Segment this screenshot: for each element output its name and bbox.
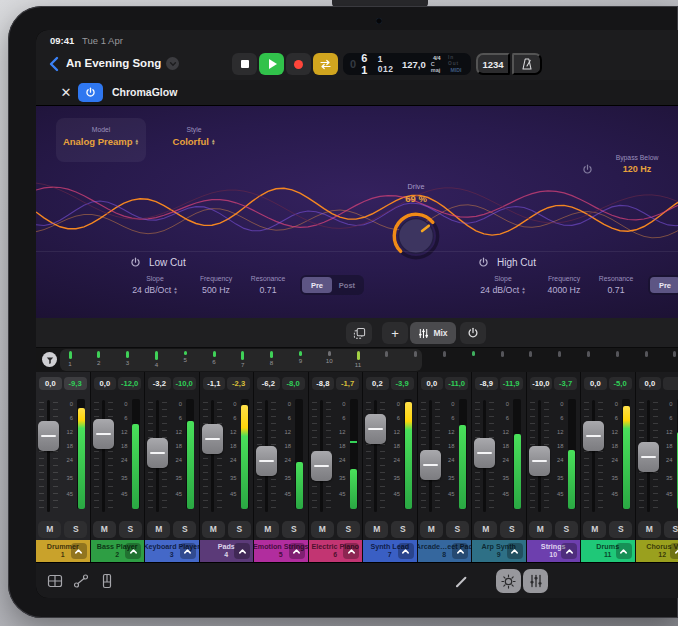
close-icon[interactable]: ✕ xyxy=(58,84,74,100)
fader-handle[interactable] xyxy=(256,446,277,476)
mute-button[interactable]: M xyxy=(529,521,552,538)
connector-icon[interactable] xyxy=(72,572,90,590)
pre-segment[interactable]: Pre xyxy=(650,277,678,293)
volume-value[interactable]: -6,2 xyxy=(257,377,280,390)
chevron-up-icon[interactable] xyxy=(234,543,250,559)
peak-value[interactable]: -10,0 xyxy=(173,377,196,390)
peak-value[interactable]: -2,3 xyxy=(227,377,250,390)
solo-button[interactable]: S xyxy=(555,521,578,538)
record-button[interactable] xyxy=(286,53,311,75)
track-name-band[interactable]: Pads 4 xyxy=(200,540,254,562)
volume-value[interactable]: 0,0 xyxy=(39,377,62,390)
volume-value[interactable]: 0,2 xyxy=(366,377,389,390)
chevron-up-icon[interactable] xyxy=(561,543,577,559)
track-name-band[interactable]: Chorus V 12 xyxy=(636,540,678,562)
fader-handle[interactable] xyxy=(147,438,168,468)
duplicate-button[interactable] xyxy=(346,322,372,344)
track-name-band[interactable]: Drummer 1 xyxy=(36,540,90,562)
solo-button[interactable]: S xyxy=(391,521,414,538)
track-name-band[interactable]: Keyboard Player 3 xyxy=(145,540,199,562)
fader-handle[interactable] xyxy=(93,419,114,449)
mute-button[interactable]: M xyxy=(474,521,497,538)
volume-value[interactable]: -1,1 xyxy=(203,377,226,390)
peak-value[interactable]: -3,7 xyxy=(554,377,577,390)
peak-value[interactable]: -11,9 xyxy=(500,377,523,390)
solo-button[interactable]: S xyxy=(664,521,678,538)
low-cut-power-icon[interactable] xyxy=(130,257,141,268)
track-name-band[interactable]: Bass Player 2 xyxy=(91,540,145,562)
grid-icon[interactable] xyxy=(46,572,64,590)
count-in-button[interactable]: 1234 xyxy=(476,53,510,75)
filter-icon[interactable] xyxy=(42,352,57,367)
chevron-up-icon[interactable] xyxy=(289,543,305,559)
peak-value[interactable]: -3,9 xyxy=(391,377,414,390)
chevron-up-icon[interactable] xyxy=(125,543,141,559)
pre-segment[interactable]: Pre xyxy=(302,277,332,293)
channel-overview[interactable]: 1234567891011 xyxy=(36,348,678,372)
mix-button[interactable]: Mix xyxy=(410,322,456,344)
track-name-band[interactable]: Arp Synth 9 xyxy=(472,540,526,562)
volume-value[interactable]: -10,0 xyxy=(530,377,553,390)
mute-button[interactable]: M xyxy=(256,521,279,538)
back-icon[interactable] xyxy=(48,56,62,72)
cycle-button[interactable] xyxy=(313,53,338,75)
mixer-power-button[interactable] xyxy=(460,322,486,344)
volume-value[interactable]: 0,0 xyxy=(421,377,444,390)
bypass-below-control[interactable]: Bypass Below 120 Hz xyxy=(596,154,678,174)
model-selector[interactable]: Model Analog Preamp▲▼ xyxy=(56,118,146,162)
plugin-power-button[interactable] xyxy=(78,83,103,102)
post-segment[interactable]: Post xyxy=(332,277,362,293)
play-button[interactable] xyxy=(259,53,284,75)
fader-handle[interactable] xyxy=(420,450,441,480)
chevron-down-icon[interactable] xyxy=(166,57,179,70)
drive-knob[interactable] xyxy=(390,210,442,262)
chevron-up-icon[interactable] xyxy=(343,543,359,559)
chevron-up-icon[interactable] xyxy=(670,543,678,559)
mute-button[interactable]: M xyxy=(311,521,334,538)
track-name-band[interactable]: Emotion Strings 5 xyxy=(254,540,308,562)
low-cut-resonance[interactable]: Resonance 0.71 xyxy=(244,275,292,295)
fader-handle[interactable] xyxy=(365,414,386,444)
chevron-up-icon[interactable] xyxy=(398,543,414,559)
solo-button[interactable]: S xyxy=(337,521,360,538)
track-name-band[interactable]: Drums 11 xyxy=(581,540,635,562)
keyboard-icon[interactable] xyxy=(98,572,116,590)
mute-button[interactable]: M xyxy=(202,521,225,538)
mute-button[interactable]: M xyxy=(583,521,606,538)
mute-button[interactable]: M xyxy=(38,521,61,538)
low-cut-frequency[interactable]: Frequency 500 Hz xyxy=(188,275,244,295)
mute-button[interactable]: M xyxy=(638,521,661,538)
fader-handle[interactable] xyxy=(638,442,659,472)
track-name-band[interactable]: Electric Piano 6 xyxy=(309,540,363,562)
solo-button[interactable]: S xyxy=(64,521,87,538)
peak-value[interactable]: -5,0 xyxy=(609,377,632,390)
fader-handle[interactable] xyxy=(311,451,332,481)
metronome-button[interactable] xyxy=(512,53,542,75)
solo-button[interactable]: S xyxy=(173,521,196,538)
fader-handle[interactable] xyxy=(529,446,550,476)
fader-handle[interactable] xyxy=(583,421,604,451)
chevron-up-icon[interactable] xyxy=(452,543,468,559)
peak-value[interactable]: -8,0 xyxy=(282,377,305,390)
mixer-view-button[interactable] xyxy=(523,569,548,593)
mute-button[interactable]: M xyxy=(93,521,116,538)
fader-handle[interactable] xyxy=(38,421,59,451)
lcd-display[interactable]: 0 6 1 1 012 127,0 4/4 C maj In Out MIDI xyxy=(343,53,471,75)
track-name-band[interactable]: Arcade…eet Pad 8 xyxy=(418,540,472,562)
peak-value[interactable]: -12,0 xyxy=(118,377,141,390)
volume-value[interactable]: -8,9 xyxy=(475,377,498,390)
mute-button[interactable]: M xyxy=(147,521,170,538)
fader-handle[interactable] xyxy=(202,424,223,454)
peak-value[interactable]: -1,7 xyxy=(336,377,359,390)
fader-handle[interactable] xyxy=(474,438,495,468)
high-cut-resonance[interactable]: Resonance 0.71 xyxy=(592,275,640,295)
volume-value[interactable]: 0,0 xyxy=(639,377,662,390)
peak-value[interactable]: -11,0 xyxy=(445,377,468,390)
volume-value[interactable]: 0,0 xyxy=(94,377,117,390)
solo-button[interactable]: S xyxy=(609,521,632,538)
solo-button[interactable]: S xyxy=(500,521,523,538)
chevron-up-icon[interactable] xyxy=(507,543,523,559)
volume-value[interactable]: -8,8 xyxy=(312,377,335,390)
bypass-power-icon[interactable] xyxy=(582,161,593,179)
high-cut-slope[interactable]: Slope 24 dB/Oct▲▼ xyxy=(470,275,536,295)
